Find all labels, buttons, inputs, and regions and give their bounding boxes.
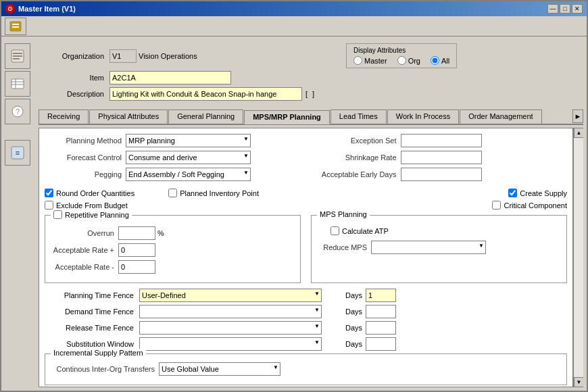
pegging-select[interactable]: End Assembly / Soft Pegging [126, 168, 251, 181]
repetitive-planning-box: Repetitive Planning Overrun % Acceptable… [45, 215, 301, 283]
forecast-control-select[interactable]: Consume and derive [126, 151, 251, 164]
acceptable-rate-minus-input[interactable] [118, 260, 155, 274]
exclude-budget-checkbox[interactable] [45, 201, 53, 210]
minimize-button[interactable]: — [547, 4, 558, 14]
acceptable-early-days-row: Acceptable Early Days [313, 168, 568, 181]
shrinkage-rate-label: Shrinkage Rate [313, 153, 401, 162]
shrinkage-rate-input[interactable] [401, 151, 482, 164]
exception-set-input[interactable] [401, 134, 482, 147]
main-window: ⊙ Master Item (V1) — □ ✕ ? ≡ [0, 0, 588, 392]
demand-time-fence-select-wrapper [139, 305, 322, 318]
sidebar-btn-2[interactable] [5, 71, 30, 97]
toolbar [1, 16, 587, 36]
svg-rect-4 [13, 53, 22, 54]
tab-content-wrapper: Planning Method MRP planning Forecast Co… [39, 128, 583, 387]
mps-form: Calculate ATP Reduce MPS [317, 226, 561, 254]
planned-inv-checkbox[interactable] [168, 189, 177, 197]
svg-text:≡: ≡ [16, 149, 20, 157]
window-title: Master Item (V1) [18, 5, 76, 13]
acceptable-rate-minus-label: Acceptable Rate - [51, 263, 118, 271]
acceptable-rate-minus-row: Acceptable Rate - [51, 260, 295, 274]
planning-time-fence-row: Planning Time Fence User-Defined Days [45, 289, 567, 302]
calculate-atp-checkbox[interactable] [330, 226, 339, 235]
overrun-label: Overrun [51, 229, 118, 237]
bracket-icon: [ [304, 90, 309, 98]
display-attrs-box: Display Attributes Master Org [346, 43, 457, 68]
acceptable-early-days-input[interactable] [401, 168, 482, 181]
app-icon: ⊙ [5, 4, 15, 14]
planning-method-select[interactable]: MRP planning [126, 134, 251, 147]
radio-all: All [431, 56, 449, 65]
critical-component-checkbox[interactable] [492, 201, 501, 210]
scroll-track[interactable] [574, 138, 583, 377]
round-order-checkbox[interactable] [45, 189, 53, 197]
demand-time-fence-select[interactable] [139, 305, 322, 318]
tab-lead-times[interactable]: Lead Times [330, 109, 387, 124]
maximize-button[interactable]: □ [560, 4, 570, 14]
substitution-days-input[interactable] [366, 337, 396, 351]
svg-rect-5 [13, 55, 22, 57]
org-name-input [137, 49, 326, 63]
scroll-up-button[interactable]: ▲ [574, 128, 583, 138]
planning-time-fence-select-wrapper: User-Defined [139, 289, 322, 302]
toolbar-icon-1[interactable] [5, 18, 26, 35]
tab-receiving[interactable]: Receiving [39, 109, 89, 124]
create-supply-checkbox[interactable] [508, 189, 517, 197]
rep-planning-title-wrapper: Repetitive Planning [51, 210, 132, 219]
continous-transfers-select-wrapper: Use Global Value [159, 362, 280, 376]
reduce-mps-select-wrapper [371, 241, 486, 254]
calculate-atp-label: Calculate ATP [342, 227, 389, 235]
demand-days-input[interactable] [366, 305, 396, 318]
substitution-window-select[interactable] [139, 337, 322, 351]
tab-mps-mrp[interactable]: MPS/MRP Planning [244, 110, 330, 124]
item-input[interactable] [109, 71, 231, 84]
release-time-fence-select[interactable] [139, 321, 322, 335]
planning-method-select-wrapper: MRP planning [126, 134, 251, 147]
planning-days-input[interactable] [366, 289, 396, 302]
round-order-wrapper: Round Order Quantities [45, 189, 134, 197]
tab-general-planning[interactable]: General Planning [168, 109, 243, 124]
planning-days-label: Days [335, 291, 362, 299]
tab-work-in-process[interactable]: Work In Process [387, 109, 460, 124]
critical-component-wrapper: Critical Component [492, 201, 567, 210]
fence-section: Planning Time Fence User-Defined Days [45, 289, 567, 351]
release-time-fence-row: Release Time Fence Days [45, 321, 567, 335]
section-boxes: Repetitive Planning Overrun % Acceptable… [45, 215, 567, 283]
overrun-input[interactable] [118, 226, 155, 240]
acceptable-rate-plus-input[interactable] [118, 243, 155, 257]
desc-wrapper: [ ] [109, 87, 316, 101]
checkbox-row-2: Exclude From Budget Critical Component [45, 201, 567, 210]
sidebar-btn-3[interactable]: ? [5, 99, 30, 124]
sidebar-btn-1[interactable] [5, 43, 30, 69]
reduce-mps-row: Reduce MPS [317, 241, 561, 254]
planned-inv-label: Planned Inventory Point [180, 189, 259, 197]
radio-org-input[interactable] [397, 56, 406, 65]
overrun-row: Overrun % [51, 226, 295, 240]
desc-input[interactable] [109, 87, 302, 101]
org-code-input[interactable] [109, 49, 137, 63]
acceptable-rate-plus-label: Acceptable Rate + [51, 246, 118, 254]
sidebar-btn-4[interactable]: ≡ [5, 140, 30, 166]
reduce-mps-select[interactable] [371, 241, 486, 254]
exclude-budget-wrapper: Exclude From Budget [45, 201, 128, 210]
title-bar: ⊙ Master Item (V1) — □ ✕ [1, 1, 587, 16]
scroll-down-button[interactable]: ▼ [574, 377, 583, 387]
radio-org-label: Org [408, 57, 420, 65]
tabs-bar: Receiving Physical Attributes General Pl… [39, 109, 583, 125]
exception-set-label: Exception Set [313, 137, 401, 145]
radio-master-input[interactable] [353, 56, 362, 65]
svg-text:?: ? [16, 107, 20, 116]
header-section: Organization Display Attributes Master [39, 40, 583, 107]
release-days-input[interactable] [366, 321, 396, 335]
tab-nav-button[interactable]: ► [572, 109, 583, 123]
incremental-supply-box: Incremental Supply Pattern Continous Int… [45, 353, 567, 385]
continous-transfers-select[interactable]: Use Global Value [159, 362, 280, 376]
tab-physical-attributes[interactable]: Physical Attributes [89, 109, 168, 124]
tab-order-management[interactable]: Order Management [460, 109, 541, 124]
svg-rect-6 [13, 58, 20, 59]
repetitive-planning-label: Repetitive Planning [65, 211, 129, 219]
planning-time-fence-select[interactable]: User-Defined [139, 289, 322, 302]
close-button[interactable]: ✕ [572, 4, 583, 14]
repetitive-planning-checkbox[interactable] [53, 210, 62, 219]
radio-all-input[interactable] [431, 56, 439, 65]
